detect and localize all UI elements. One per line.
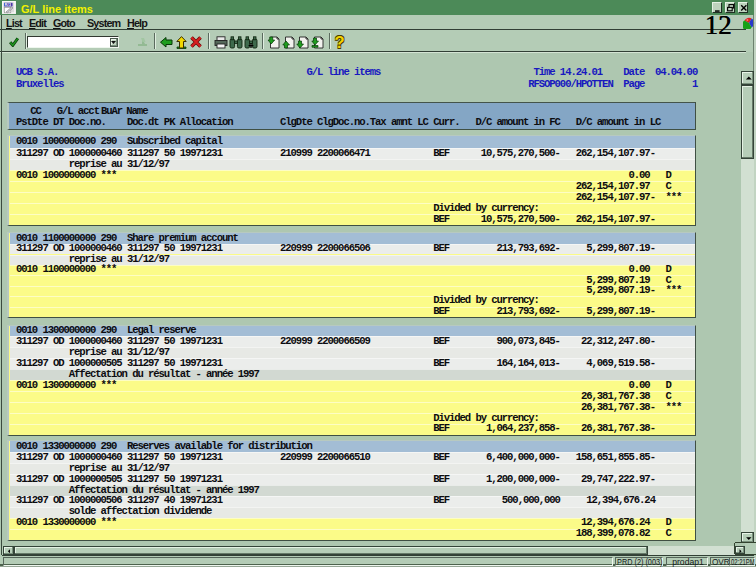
svg-text:PRD (2) (003): PRD (2) (003) <box>617 558 663 567</box>
svg-text:02:21PM: 02:21PM <box>731 558 755 567</box>
svg-text:prodap1: prodap1 <box>672 558 704 567</box>
svg-text:OVR: OVR <box>712 558 730 567</box>
svg-text:R/3: R/3 <box>5 2 12 7</box>
